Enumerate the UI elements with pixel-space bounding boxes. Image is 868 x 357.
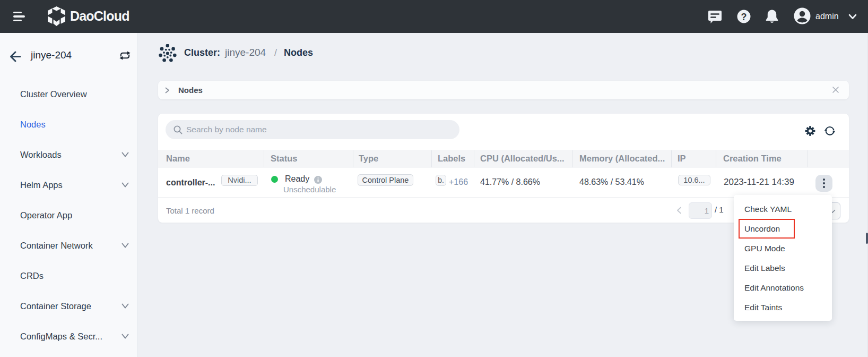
svg-text:?: ?	[741, 12, 747, 22]
